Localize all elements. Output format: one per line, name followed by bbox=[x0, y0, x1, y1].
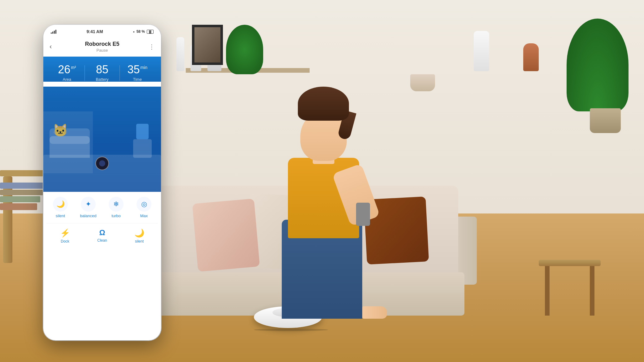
status-time: 9:41 AM bbox=[86, 29, 103, 34]
cat-icon: 🐱 bbox=[53, 123, 68, 138]
dock-icon: ⚡ bbox=[60, 228, 70, 238]
signal-bar-1 bbox=[51, 32, 52, 34]
fan-speed-turbo[interactable]: ❄ turbo bbox=[102, 197, 130, 218]
side-table-top bbox=[539, 260, 601, 266]
stat-battery: 85 Battery bbox=[85, 64, 120, 82]
small-plant bbox=[232, 25, 613, 91]
area-unit: m² bbox=[71, 65, 76, 70]
signal-bars bbox=[51, 29, 56, 34]
map-lamp bbox=[136, 124, 149, 139]
area-label: Area bbox=[50, 77, 85, 82]
vase-tall bbox=[176, 37, 184, 71]
status-bar: 9:41 AM • 58 % ▓ bbox=[43, 25, 161, 38]
bottom-nav: ⚡ Dock Ω Clean 🌙 silent bbox=[46, 226, 158, 245]
person-feet bbox=[362, 306, 387, 319]
side-table-right bbox=[539, 260, 601, 316]
robot-position-marker bbox=[95, 157, 109, 170]
wall-art-image bbox=[194, 27, 220, 62]
side-table-legs bbox=[545, 266, 594, 316]
time-unit: min bbox=[140, 65, 147, 70]
menu-button[interactable]: ⋮ bbox=[145, 43, 155, 50]
stat-time: 35min Time bbox=[120, 64, 155, 82]
device-status: Pause bbox=[85, 48, 119, 53]
time-label: Time bbox=[120, 77, 155, 82]
fan-speed-balanced[interactable]: ✦ balanced bbox=[74, 197, 102, 218]
nav-silent-label: silent bbox=[135, 239, 144, 243]
max-label: Max bbox=[140, 213, 148, 218]
person-hair bbox=[298, 87, 349, 121]
large-plant bbox=[582, 19, 629, 133]
nav-clean[interactable]: Ω Clean bbox=[84, 228, 121, 243]
signal-bar-3 bbox=[54, 31, 55, 34]
status-icons: • 58 % ▓ bbox=[133, 29, 154, 34]
device-name: Roborock E5 bbox=[85, 41, 119, 47]
battery-label: Battery bbox=[85, 77, 120, 82]
fan-speed-silent[interactable]: 🌙 silent bbox=[46, 197, 74, 218]
header-title-area: Roborock E5 Pause bbox=[85, 41, 119, 53]
stat-area: 26m² Area bbox=[50, 64, 85, 82]
stats-section: 26m² Area 85 Battery 35min bbox=[43, 57, 161, 82]
turbo-icon: ❄ bbox=[109, 197, 124, 212]
silent-label: silent bbox=[56, 213, 65, 218]
white-vase-right bbox=[474, 31, 489, 71]
stat-time-value: 35min bbox=[120, 64, 155, 75]
bluetooth-icon: • bbox=[133, 29, 135, 34]
nav-silent-icon: 🌙 bbox=[134, 228, 144, 238]
back-button[interactable]: ‹ bbox=[50, 43, 59, 51]
battery-percent: 58 % bbox=[137, 29, 145, 34]
person-figure bbox=[272, 96, 390, 319]
cushion-pink bbox=[192, 199, 260, 272]
balanced-icon: ✦ bbox=[81, 197, 96, 212]
stat-area-value: 26m² bbox=[50, 64, 85, 75]
max-icon: ◎ bbox=[137, 197, 151, 212]
robot-marker-inner bbox=[99, 160, 105, 166]
map-nightstand bbox=[133, 139, 152, 158]
sculpture-decoration bbox=[523, 43, 539, 71]
balanced-label: balanced bbox=[80, 213, 97, 218]
wall-art-frame bbox=[192, 25, 223, 65]
phone-frame: 9:41 AM • 58 % ▓ ‹ Roborock E5 Pause ⋮ 2 bbox=[43, 25, 161, 340]
stats-row: 26m² Area 85 Battery 35min bbox=[50, 64, 155, 82]
map-area: 🐱 bbox=[43, 87, 161, 192]
status-left bbox=[51, 29, 56, 34]
clean-label: Clean bbox=[97, 238, 107, 243]
bottom-panel: 🌙 silent ✦ balanced ❄ turbo ◎ Max bbox=[43, 192, 161, 247]
plant-leaves bbox=[567, 19, 629, 111]
signal-bar-4 bbox=[55, 30, 56, 34]
nav-silent[interactable]: 🌙 silent bbox=[121, 228, 158, 243]
nav-dock[interactable]: ⚡ Dock bbox=[46, 228, 84, 243]
stat-battery-value: 85 bbox=[85, 64, 120, 75]
app-header: ‹ Roborock E5 Pause ⋮ bbox=[43, 38, 161, 57]
fan-speeds-row: 🌙 silent ✦ balanced ❄ turbo ◎ Max bbox=[46, 197, 158, 223]
phone-container: 9:41 AM • 58 % ▓ ‹ Roborock E5 Pause ⋮ 2 bbox=[43, 25, 161, 340]
dock-label: Dock bbox=[61, 239, 69, 243]
battery-icon: ▓ bbox=[147, 30, 154, 34]
fan-speed-max[interactable]: ◎ Max bbox=[130, 197, 158, 218]
robot-shadow bbox=[254, 329, 328, 331]
plant-pot bbox=[590, 108, 621, 133]
signal-bar-2 bbox=[52, 32, 53, 34]
clean-icon: Ω bbox=[99, 228, 105, 237]
books-stack bbox=[0, 183, 50, 207]
person-held-phone bbox=[356, 203, 370, 226]
silent-icon: 🌙 bbox=[53, 197, 68, 212]
turbo-label: turbo bbox=[111, 213, 121, 218]
